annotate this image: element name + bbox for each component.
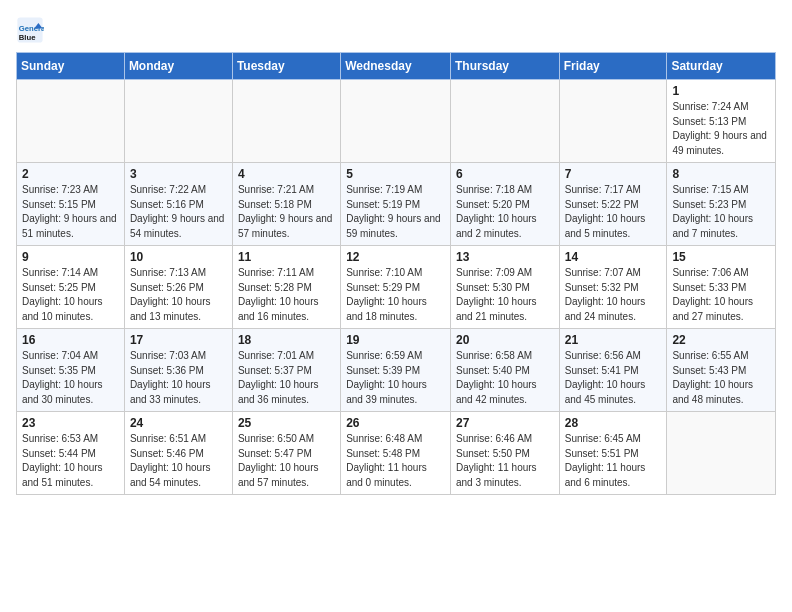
day-detail: Sunrise: 7:13 AM Sunset: 5:26 PM Dayligh… <box>130 266 227 324</box>
day-number: 22 <box>672 333 770 347</box>
day-detail: Sunrise: 7:14 AM Sunset: 5:25 PM Dayligh… <box>22 266 119 324</box>
calendar-week-3: 9Sunrise: 7:14 AM Sunset: 5:25 PM Daylig… <box>17 246 776 329</box>
calendar-cell: 28Sunrise: 6:45 AM Sunset: 5:51 PM Dayli… <box>559 412 667 495</box>
day-number: 27 <box>456 416 554 430</box>
day-detail: Sunrise: 7:18 AM Sunset: 5:20 PM Dayligh… <box>456 183 554 241</box>
col-header-wednesday: Wednesday <box>341 53 451 80</box>
day-number: 10 <box>130 250 227 264</box>
calendar-cell: 12Sunrise: 7:10 AM Sunset: 5:29 PM Dayli… <box>341 246 451 329</box>
day-detail: Sunrise: 7:19 AM Sunset: 5:19 PM Dayligh… <box>346 183 445 241</box>
day-detail: Sunrise: 6:46 AM Sunset: 5:50 PM Dayligh… <box>456 432 554 490</box>
day-number: 23 <box>22 416 119 430</box>
calendar-cell <box>559 80 667 163</box>
day-number: 7 <box>565 167 662 181</box>
day-number: 21 <box>565 333 662 347</box>
calendar-header-row: SundayMondayTuesdayWednesdayThursdayFrid… <box>17 53 776 80</box>
day-detail: Sunrise: 7:23 AM Sunset: 5:15 PM Dayligh… <box>22 183 119 241</box>
calendar-cell: 24Sunrise: 6:51 AM Sunset: 5:46 PM Dayli… <box>124 412 232 495</box>
day-detail: Sunrise: 6:59 AM Sunset: 5:39 PM Dayligh… <box>346 349 445 407</box>
header: General Blue <box>16 16 776 44</box>
day-number: 25 <box>238 416 335 430</box>
col-header-saturday: Saturday <box>667 53 776 80</box>
day-detail: Sunrise: 7:22 AM Sunset: 5:16 PM Dayligh… <box>130 183 227 241</box>
day-number: 15 <box>672 250 770 264</box>
calendar-cell: 19Sunrise: 6:59 AM Sunset: 5:39 PM Dayli… <box>341 329 451 412</box>
day-detail: Sunrise: 6:51 AM Sunset: 5:46 PM Dayligh… <box>130 432 227 490</box>
day-detail: Sunrise: 7:21 AM Sunset: 5:18 PM Dayligh… <box>238 183 335 241</box>
calendar-cell <box>341 80 451 163</box>
day-number: 12 <box>346 250 445 264</box>
calendar-cell: 13Sunrise: 7:09 AM Sunset: 5:30 PM Dayli… <box>450 246 559 329</box>
calendar-week-5: 23Sunrise: 6:53 AM Sunset: 5:44 PM Dayli… <box>17 412 776 495</box>
calendar-cell: 25Sunrise: 6:50 AM Sunset: 5:47 PM Dayli… <box>232 412 340 495</box>
day-number: 4 <box>238 167 335 181</box>
calendar-cell <box>232 80 340 163</box>
calendar-cell: 20Sunrise: 6:58 AM Sunset: 5:40 PM Dayli… <box>450 329 559 412</box>
calendar-week-2: 2Sunrise: 7:23 AM Sunset: 5:15 PM Daylig… <box>17 163 776 246</box>
calendar-cell: 14Sunrise: 7:07 AM Sunset: 5:32 PM Dayli… <box>559 246 667 329</box>
day-number: 19 <box>346 333 445 347</box>
day-number: 6 <box>456 167 554 181</box>
day-detail: Sunrise: 6:48 AM Sunset: 5:48 PM Dayligh… <box>346 432 445 490</box>
col-header-tuesday: Tuesday <box>232 53 340 80</box>
day-detail: Sunrise: 7:11 AM Sunset: 5:28 PM Dayligh… <box>238 266 335 324</box>
day-number: 8 <box>672 167 770 181</box>
day-number: 5 <box>346 167 445 181</box>
calendar-week-4: 16Sunrise: 7:04 AM Sunset: 5:35 PM Dayli… <box>17 329 776 412</box>
col-header-monday: Monday <box>124 53 232 80</box>
day-number: 16 <box>22 333 119 347</box>
calendar-cell: 27Sunrise: 6:46 AM Sunset: 5:50 PM Dayli… <box>450 412 559 495</box>
day-detail: Sunrise: 6:55 AM Sunset: 5:43 PM Dayligh… <box>672 349 770 407</box>
day-number: 17 <box>130 333 227 347</box>
day-detail: Sunrise: 6:53 AM Sunset: 5:44 PM Dayligh… <box>22 432 119 490</box>
day-detail: Sunrise: 7:15 AM Sunset: 5:23 PM Dayligh… <box>672 183 770 241</box>
svg-text:Blue: Blue <box>19 33 36 42</box>
day-number: 11 <box>238 250 335 264</box>
day-detail: Sunrise: 6:58 AM Sunset: 5:40 PM Dayligh… <box>456 349 554 407</box>
calendar-cell: 21Sunrise: 6:56 AM Sunset: 5:41 PM Dayli… <box>559 329 667 412</box>
calendar-cell: 23Sunrise: 6:53 AM Sunset: 5:44 PM Dayli… <box>17 412 125 495</box>
day-number: 14 <box>565 250 662 264</box>
calendar-cell: 7Sunrise: 7:17 AM Sunset: 5:22 PM Daylig… <box>559 163 667 246</box>
day-detail: Sunrise: 6:56 AM Sunset: 5:41 PM Dayligh… <box>565 349 662 407</box>
day-number: 18 <box>238 333 335 347</box>
day-number: 28 <box>565 416 662 430</box>
day-detail: Sunrise: 7:10 AM Sunset: 5:29 PM Dayligh… <box>346 266 445 324</box>
calendar-cell: 22Sunrise: 6:55 AM Sunset: 5:43 PM Dayli… <box>667 329 776 412</box>
day-number: 2 <box>22 167 119 181</box>
calendar-cell <box>450 80 559 163</box>
calendar-cell: 17Sunrise: 7:03 AM Sunset: 5:36 PM Dayli… <box>124 329 232 412</box>
calendar-cell: 6Sunrise: 7:18 AM Sunset: 5:20 PM Daylig… <box>450 163 559 246</box>
day-detail: Sunrise: 7:17 AM Sunset: 5:22 PM Dayligh… <box>565 183 662 241</box>
logo-icon: General Blue <box>16 16 44 44</box>
logo: General Blue <box>16 16 48 44</box>
day-detail: Sunrise: 7:06 AM Sunset: 5:33 PM Dayligh… <box>672 266 770 324</box>
calendar-cell: 5Sunrise: 7:19 AM Sunset: 5:19 PM Daylig… <box>341 163 451 246</box>
day-number: 13 <box>456 250 554 264</box>
calendar-cell: 8Sunrise: 7:15 AM Sunset: 5:23 PM Daylig… <box>667 163 776 246</box>
calendar-table: SundayMondayTuesdayWednesdayThursdayFrid… <box>16 52 776 495</box>
calendar-cell <box>667 412 776 495</box>
day-detail: Sunrise: 7:04 AM Sunset: 5:35 PM Dayligh… <box>22 349 119 407</box>
col-header-sunday: Sunday <box>17 53 125 80</box>
day-detail: Sunrise: 6:45 AM Sunset: 5:51 PM Dayligh… <box>565 432 662 490</box>
calendar-cell: 9Sunrise: 7:14 AM Sunset: 5:25 PM Daylig… <box>17 246 125 329</box>
col-header-thursday: Thursday <box>450 53 559 80</box>
calendar-week-1: 1Sunrise: 7:24 AM Sunset: 5:13 PM Daylig… <box>17 80 776 163</box>
day-number: 20 <box>456 333 554 347</box>
calendar-cell <box>17 80 125 163</box>
day-number: 26 <box>346 416 445 430</box>
calendar-cell: 16Sunrise: 7:04 AM Sunset: 5:35 PM Dayli… <box>17 329 125 412</box>
calendar-cell: 11Sunrise: 7:11 AM Sunset: 5:28 PM Dayli… <box>232 246 340 329</box>
day-number: 24 <box>130 416 227 430</box>
calendar-cell: 1Sunrise: 7:24 AM Sunset: 5:13 PM Daylig… <box>667 80 776 163</box>
day-detail: Sunrise: 7:01 AM Sunset: 5:37 PM Dayligh… <box>238 349 335 407</box>
calendar-cell <box>124 80 232 163</box>
calendar-cell: 4Sunrise: 7:21 AM Sunset: 5:18 PM Daylig… <box>232 163 340 246</box>
calendar-cell: 2Sunrise: 7:23 AM Sunset: 5:15 PM Daylig… <box>17 163 125 246</box>
day-detail: Sunrise: 6:50 AM Sunset: 5:47 PM Dayligh… <box>238 432 335 490</box>
day-number: 1 <box>672 84 770 98</box>
calendar-cell: 3Sunrise: 7:22 AM Sunset: 5:16 PM Daylig… <box>124 163 232 246</box>
day-detail: Sunrise: 7:03 AM Sunset: 5:36 PM Dayligh… <box>130 349 227 407</box>
col-header-friday: Friday <box>559 53 667 80</box>
